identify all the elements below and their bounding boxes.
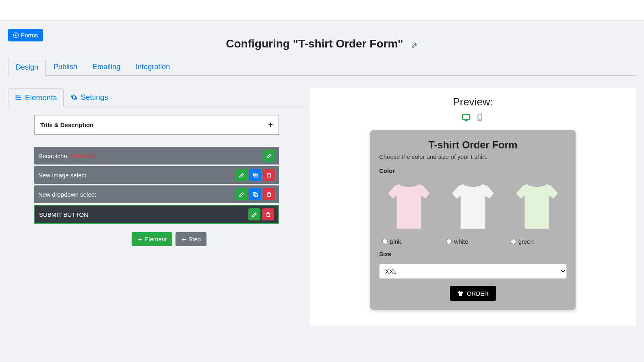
tshirt-icon <box>457 290 464 297</box>
title-description-label: Title & Description <box>40 121 93 128</box>
color-radio-white[interactable] <box>446 239 452 244</box>
monitor-icon <box>461 113 471 122</box>
gear-icon <box>70 94 78 101</box>
add-element-button[interactable]: Element <box>132 232 172 246</box>
device-toggle <box>310 113 636 123</box>
subtab-settings-label: Settings <box>80 93 108 102</box>
element-row-image-select[interactable]: New Image select <box>34 166 279 184</box>
color-radio-green[interactable] <box>511 239 516 244</box>
element-label: New dropdown select <box>38 191 235 198</box>
desktop-preview-button[interactable] <box>461 113 471 123</box>
pencil-icon <box>239 172 245 178</box>
color-option-white[interactable]: white <box>443 178 502 245</box>
order-label: ORDER <box>467 290 489 297</box>
delete-button[interactable] <box>263 188 275 200</box>
arrow-left-circle-icon <box>13 32 19 38</box>
add-step-label: Step <box>188 236 201 243</box>
element-row-submit-button[interactable]: SUBMIT BUTTON <box>34 205 279 224</box>
plus-icon <box>181 237 187 242</box>
element-row-dropdown-select[interactable]: New dropdown select <box>34 185 279 203</box>
color-name: pink <box>390 238 401 245</box>
add-step-button[interactable]: Step <box>175 232 206 246</box>
title-description-toggle[interactable]: Title & Description + <box>34 115 279 135</box>
color-option-green[interactable]: green <box>508 178 567 245</box>
edit-button[interactable] <box>263 150 275 162</box>
form-description: Choose the color and size of your t-shir… <box>379 153 567 160</box>
page-title: Configuring "T-shirt Order Form" <box>226 37 403 50</box>
edit-button[interactable] <box>248 208 260 220</box>
svg-rect-11 <box>462 115 470 119</box>
edit-button[interactable] <box>235 188 248 200</box>
mobile-preview-button[interactable] <box>475 113 485 123</box>
preview-heading: Preview: <box>310 96 636 108</box>
tab-publish[interactable]: Publish <box>46 58 85 75</box>
svg-point-5 <box>16 97 17 98</box>
back-button-label: Forms <box>21 32 38 39</box>
edit-button[interactable] <box>235 169 248 181</box>
svg-point-6 <box>16 99 17 100</box>
svg-point-4 <box>16 96 17 97</box>
pencil-icon <box>252 212 258 218</box>
copy-icon <box>252 191 258 197</box>
color-option-pink[interactable]: pink <box>379 178 438 245</box>
form-title: T-shirt Order Form <box>379 139 567 151</box>
add-element-label: Element <box>144 236 167 243</box>
tab-integration[interactable]: Integration <box>128 58 178 75</box>
pencil-edit-icon <box>411 42 418 49</box>
delete-button[interactable] <box>262 208 274 220</box>
color-label: Color <box>379 167 567 174</box>
trash-icon <box>266 191 272 197</box>
main-tabs: Design Publish Emailing Integration <box>8 58 636 76</box>
copy-icon <box>252 172 258 178</box>
delete-button[interactable] <box>263 169 275 181</box>
plus-icon: + <box>268 120 273 130</box>
plus-icon <box>137 237 143 242</box>
copy-button[interactable] <box>249 188 261 200</box>
top-bar <box>0 0 644 21</box>
pencil-icon <box>266 153 272 159</box>
subtab-elements[interactable]: Elements <box>8 88 64 107</box>
size-select[interactable]: XXL <box>379 264 567 279</box>
pencil-icon <box>239 191 245 197</box>
phone-icon <box>475 113 485 122</box>
element-label: Recaptcha (Disabled) <box>38 152 263 159</box>
size-label: Size <box>379 251 567 257</box>
tab-emailing[interactable]: Emailing <box>85 58 128 75</box>
edit-title-button[interactable] <box>411 42 418 50</box>
tshirt-icon <box>385 178 433 234</box>
order-button[interactable]: ORDER <box>450 286 496 301</box>
tab-design[interactable]: Design <box>8 59 46 76</box>
subtab-elements-label: Elements <box>25 93 57 102</box>
color-name: white <box>454 238 468 245</box>
element-list: Recaptcha (Disabled) New Image select <box>34 147 279 224</box>
tshirt-icon <box>449 178 497 234</box>
color-radio-pink[interactable] <box>382 239 388 244</box>
trash-icon <box>266 172 272 178</box>
element-row-recaptcha[interactable]: Recaptcha (Disabled) <box>34 147 279 165</box>
color-name: green <box>518 238 534 245</box>
element-label: SUBMIT BUTTON <box>39 211 248 218</box>
subtab-settings[interactable]: Settings <box>64 88 115 107</box>
tshirt-icon <box>513 178 561 234</box>
list-icon <box>15 94 22 101</box>
back-to-forms-button[interactable]: Forms <box>8 29 43 41</box>
svg-point-13 <box>479 119 480 120</box>
preview-card: T-shirt Order Form Choose the color and … <box>370 130 576 310</box>
sub-tabs: Elements Settings <box>8 88 304 107</box>
trash-icon <box>265 212 271 218</box>
copy-button[interactable] <box>249 169 261 181</box>
element-label: New Image select <box>38 172 235 179</box>
